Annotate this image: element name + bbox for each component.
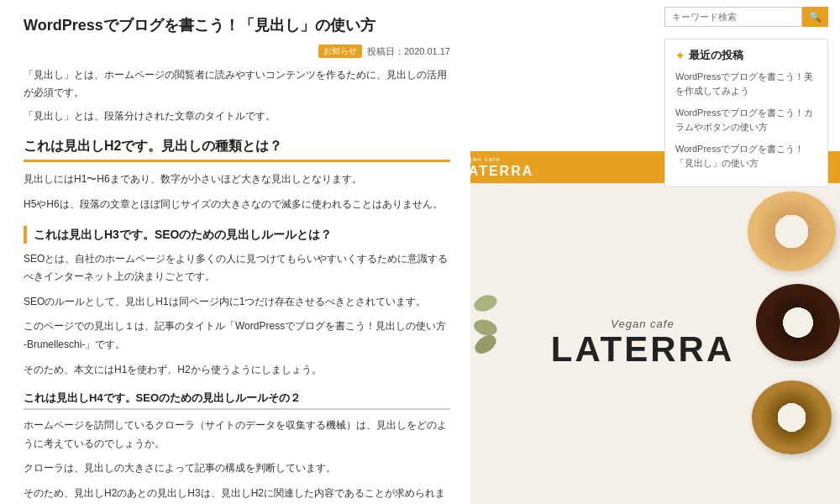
post-date: 投稿日：2020.01.17 bbox=[367, 45, 450, 58]
search-button[interactable]: 🔍 bbox=[802, 7, 828, 27]
body-text-8: クローラは、見出しの大きさによって記事の構成を判断しています。 bbox=[24, 459, 450, 478]
laterra-hero: Vegan cafe LATERRA bbox=[445, 183, 840, 504]
body-text-7: ホームページを訪問しているクローラ（サイトのデータを収集する機械）は、見出しをど… bbox=[24, 417, 450, 453]
donut-1 bbox=[748, 192, 836, 271]
donut-2 bbox=[756, 284, 840, 361]
search-input[interactable] bbox=[664, 7, 802, 27]
laterra-overlay: Vegan cafe LATERRA Menu Blog Access Cont… bbox=[445, 151, 840, 504]
body-text-2: H5やH6は、段落の文章とほぼ同じサイズの大きさなので滅多に使われることはありま… bbox=[24, 196, 450, 214]
widget-title: ✦ 最近の投稿 bbox=[675, 48, 817, 63]
body-text-5: このページでの見出し１は、記事のタイトル「WordPressでブログを書こう！見… bbox=[24, 318, 450, 354]
pistachio-decoration bbox=[470, 292, 521, 343]
laterra-hero-text: Vegan cafe LATERRA bbox=[551, 318, 735, 369]
intro-text-2: 「見出し」とは、段落分けされた文章のタイトルです。 bbox=[24, 108, 450, 124]
pistachio-nut-1 bbox=[472, 292, 499, 314]
recent-post-2[interactable]: WordPressでブログを書こう！カラムやボタンの使い方 bbox=[675, 106, 817, 134]
recent-post-3[interactable]: WordPressでブログを書こう！「見出し」の使い方 bbox=[675, 142, 817, 170]
blog-panel: WordPressでブログを書こう！「見出し」の使い方 お知らせ 投稿日：202… bbox=[0, 0, 470, 504]
recent-posts-widget: ✦ 最近の投稿 WordPressでブログを書こう！美を作成してみよう Word… bbox=[664, 39, 828, 187]
body-text-6: そのため、本文にはH1を使わず、H2から使うようにしましょう。 bbox=[24, 361, 450, 380]
laterra-hero-small: Vegan cafe bbox=[551, 318, 735, 330]
post-badge: お知らせ bbox=[318, 45, 362, 58]
recent-post-1[interactable]: WordPressでブログを書こう！美を作成してみよう bbox=[675, 70, 817, 97]
sidebar-widget: 🔍 ✦ 最近の投稿 WordPressでブログを書こう！美を作成してみよう Wo… bbox=[664, 7, 828, 187]
heading-h4-1: これは見出しH4です。SEOのための見出しルールその２ bbox=[24, 391, 450, 410]
intro-text-1: 「見出し」とは、ホームページの閲覧者に読みやすいコンテンツを作るために、見出しの… bbox=[24, 66, 450, 101]
widget-title-icon: ✦ bbox=[675, 50, 685, 62]
laterra-hero-big: LATERRA bbox=[551, 330, 735, 369]
post-date-area: お知らせ 投稿日：2020.01.17 bbox=[24, 45, 450, 58]
heading-h2-1: これは見出しH2です。見出しの種類とは？ bbox=[24, 136, 450, 162]
blog-title: WordPressでブログを書こう！「見出し」の使い方 bbox=[24, 15, 450, 36]
search-bar: 🔍 bbox=[664, 7, 828, 27]
donut-3 bbox=[752, 381, 832, 454]
body-text-1: 見出しにはH1〜H6まであり、数字が小さいほど大きな見出しとなります。 bbox=[24, 171, 450, 189]
body-text-4: SEOのルールとして、見出しH1は同ページ内に1つだけ存在させるべきとされていま… bbox=[24, 293, 450, 312]
heading-h3-1: これは見出しH3です。SEOのための見出しルールとは？ bbox=[24, 226, 450, 244]
body-text-3: SEOとは、自社のホームページをより多くの人に見つけてもらいやすいくするために意… bbox=[24, 250, 450, 286]
widget-title-text: 最近の投稿 bbox=[689, 48, 743, 63]
body-text-9: そのため、見出しH2のあとの見出しH3は、見出しH2に関連した内容であることが求… bbox=[24, 485, 450, 504]
pistachio-nut-3 bbox=[471, 332, 499, 358]
